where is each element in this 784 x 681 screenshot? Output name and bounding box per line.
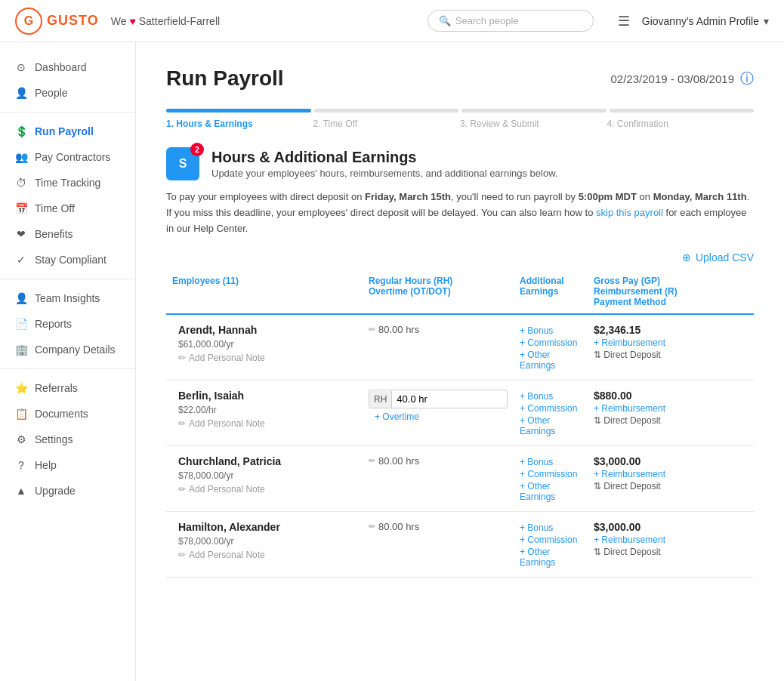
sidebar-item-run-payroll[interactable]: 💲 Run Payroll <box>0 119 135 144</box>
pencil-icon: ✏ <box>178 550 186 560</box>
sidebar-item-settings[interactable]: ⚙ Settings <box>0 427 135 452</box>
pencil-icon: ✏ <box>178 484 186 495</box>
logo[interactable]: G GUSTO <box>15 8 99 35</box>
progress-bar-3 <box>461 109 607 112</box>
add-other-earnings-button[interactable]: + Other Earnings <box>520 481 582 502</box>
sidebar-item-reports[interactable]: 📄 Reports <box>0 311 135 337</box>
sidebar-item-documents[interactable]: 📋 Documents <box>0 401 135 427</box>
hours-input[interactable] <box>392 390 445 408</box>
employee-row-grid: Hamilton, Alexander $78,000.00/yr ✏ Add … <box>166 521 754 568</box>
add-personal-note-button[interactable]: ✏ Add Personal Note <box>172 353 357 363</box>
employee-rate: $78,000.00/yr <box>172 470 357 481</box>
team-insights-icon: 👤 <box>15 292 27 304</box>
upload-csv-button[interactable]: ⊕ Upload CSV <box>682 251 754 263</box>
add-bonus-button[interactable]: + Bonus <box>520 457 582 467</box>
add-bonus-button[interactable]: + Bonus <box>520 391 582 402</box>
pay-amount: $880.00 <box>594 390 748 402</box>
step-label-4: 4. Confirmation <box>607 119 755 129</box>
add-other-earnings-button[interactable]: + Other Earnings <box>520 415 582 436</box>
sidebar-item-time-tracking[interactable]: ⏱ Time Tracking <box>0 170 135 196</box>
pencil-icon: ✏ <box>369 456 375 466</box>
sidebar-item-label: Run Payroll <box>35 125 94 137</box>
employee-name: Berlin, Isaiah <box>172 390 357 402</box>
sidebar-item-team-insights[interactable]: 👤 Team Insights <box>0 285 135 311</box>
pencil-icon: ✏ <box>178 418 186 429</box>
add-commission-button[interactable]: + Commission <box>520 535 582 545</box>
sidebar-item-label: Benefits <box>35 228 73 240</box>
section-title-group: Hours & Additional Earnings Update your … <box>211 149 557 179</box>
notifications-button[interactable]: ☰ <box>618 13 630 29</box>
add-reimbursement-button[interactable]: + Reimbursement <box>594 535 748 545</box>
hours-input-group: RH <box>369 390 508 408</box>
table-header: Employees (11) Regular Hours (RH) Overti… <box>166 270 754 315</box>
add-commission-button[interactable]: + Commission <box>520 469 582 479</box>
add-personal-note-button[interactable]: ✏ Add Personal Note <box>172 484 357 495</box>
sidebar-item-benefits[interactable]: ❤ Benefits <box>0 221 135 247</box>
settings-icon: ⚙ <box>15 433 27 445</box>
th-employees: Employees (11) <box>166 276 363 307</box>
add-commission-button[interactable]: + Commission <box>520 403 582 414</box>
add-commission-button[interactable]: + Commission <box>520 337 582 348</box>
sidebar-item-upgrade[interactable]: ▲ Upgrade <box>0 478 135 504</box>
sidebar-item-help[interactable]: ? Help <box>0 452 135 478</box>
step-labels: 1. Hours & Earnings 2. Time Off 3. Revie… <box>166 119 754 129</box>
employee-name-col: Berlin, Isaiah $22.00/hr ✏ Add Personal … <box>166 390 363 429</box>
search-bar[interactable]: 🔍 Search people <box>427 10 594 32</box>
employee-row-grid: Churchland, Patricia $78,000.00/yr ✏ Add… <box>166 455 754 502</box>
sidebar-item-label: Dashboard <box>35 61 87 73</box>
sidebar-item-label: Referrals <box>35 382 78 394</box>
calendar-icon[interactable]: ⓘ <box>740 69 754 88</box>
add-reimbursement-button[interactable]: + Reimbursement <box>594 403 748 414</box>
sidebar-divider-2 <box>0 279 135 279</box>
sidebar-item-pay-contractors[interactable]: 👥 Pay Contractors <box>0 144 135 170</box>
earnings-col: + Bonus + Commission + Other Earnings <box>514 455 588 502</box>
add-bonus-button[interactable]: + Bonus <box>520 325 582 336</box>
progress-bars <box>166 109 754 112</box>
sidebar-divider <box>0 112 135 112</box>
add-other-earnings-button[interactable]: + Other Earnings <box>520 350 582 371</box>
add-personal-note-button[interactable]: ✏ Add Personal Note <box>172 418 357 429</box>
hours-col: RH + Overtime <box>363 390 514 422</box>
employee-name-col: Arendt, Hannah $61,000.00/yr ✏ Add Perso… <box>166 324 363 363</box>
sidebar-item-label: Time Tracking <box>35 177 100 189</box>
referrals-icon: ⭐ <box>15 382 27 394</box>
employee-rate: $22.00/hr <box>172 405 357 415</box>
sidebar-item-stay-compliant[interactable]: ✓ Stay Compliant <box>0 247 135 273</box>
skip-payroll-link[interactable]: skip this payroll <box>596 207 663 218</box>
upload-icon: ⊕ <box>682 251 691 263</box>
admin-profile[interactable]: Giovanny's Admin Profile ▾ <box>642 15 769 27</box>
th-pay: Gross Pay (GP) Reimbursement (R) Payment… <box>588 276 754 307</box>
sidebar-item-company-details[interactable]: 🏢 Company Details <box>0 337 135 362</box>
hours-display: ✏ 80.00 hrs <box>369 455 508 467</box>
heart-icon: ♥ <box>129 15 135 27</box>
add-other-earnings-button[interactable]: + Other Earnings <box>520 547 582 568</box>
pencil-icon: ✏ <box>178 353 186 363</box>
payment-method: ⇅ Direct Deposit <box>594 481 748 491</box>
page-title: Run Payroll <box>166 66 284 91</box>
add-personal-note-button[interactable]: ✏ Add Personal Note <box>172 550 357 560</box>
sidebar-item-people[interactable]: 👤 People <box>0 80 135 106</box>
add-overtime-button[interactable]: + Overtime <box>369 411 508 422</box>
add-bonus-button[interactable]: + Bonus <box>520 522 582 533</box>
search-icon: 🔍 <box>439 15 451 26</box>
pay-amount: $3,000.00 <box>594 521 748 533</box>
add-reimbursement-button[interactable]: + Reimbursement <box>594 469 748 479</box>
sidebar-item-dashboard[interactable]: ⊙ Dashboard <box>0 54 135 80</box>
table-row: Churchland, Patricia $78,000.00/yr ✏ Add… <box>166 446 754 512</box>
sidebar-item-label: Settings <box>35 433 73 445</box>
sidebar-item-time-off[interactable]: 📅 Time Off <box>0 196 135 221</box>
sidebar-item-label: People <box>35 87 68 99</box>
sidebar-item-referrals[interactable]: ⭐ Referrals <box>0 375 135 401</box>
employee-name-col: Churchland, Patricia $78,000.00/yr ✏ Add… <box>166 455 363 495</box>
pay-col: $880.00 + Reimbursement ⇅ Direct Deposit <box>588 390 754 426</box>
documents-icon: 📋 <box>15 408 27 420</box>
page-header: Run Payroll 02/23/2019 - 03/08/2019 ⓘ <box>166 66 754 91</box>
employee-rate: $61,000.00/yr <box>172 339 357 350</box>
add-reimbursement-button[interactable]: + Reimbursement <box>594 337 748 348</box>
hours-display: ✏ 80.00 hrs <box>369 521 508 532</box>
section-icon: S 2 <box>166 147 199 180</box>
hours-col: ✏ 80.00 hrs <box>363 324 514 335</box>
sidebar-item-label: Team Insights <box>35 292 100 304</box>
step-label-1: 1. Hours & Earnings <box>166 119 313 129</box>
progress-steps: 1. Hours & Earnings 2. Time Off 3. Revie… <box>166 109 754 129</box>
